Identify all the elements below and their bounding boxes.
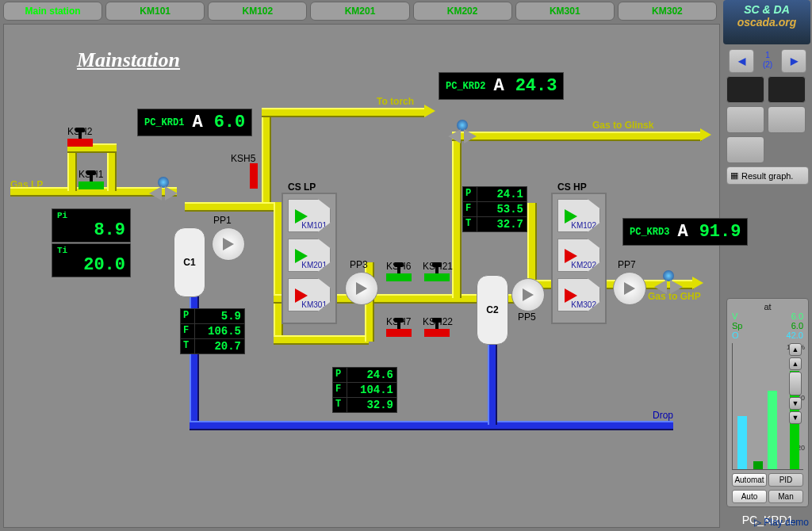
valve-ksh21[interactable] <box>424 272 450 283</box>
readout-pc-krd2[interactable]: PC_KRD2 A 24.3 <box>439 72 564 100</box>
page-nav: ◀ 1 (2) ▶ <box>726 49 809 73</box>
page-title: Mainstation <box>77 48 180 72</box>
mode-auto-button[interactable]: Auto <box>732 490 767 503</box>
label-km102: KM102 <box>571 221 596 230</box>
label-km101: KM101 <box>301 221 327 230</box>
bar-chart: 100% 60 20 ▲ ▲ ▼ ▼ <box>732 343 803 470</box>
spin-down2[interactable]: ▼ <box>789 411 802 424</box>
label-pp7: PP7 <box>618 259 636 270</box>
krd3-value: 91.9 <box>699 222 741 242</box>
thumb-panel-icon[interactable] <box>768 106 806 133</box>
valve-ksh1[interactable] <box>79 180 104 191</box>
oscada-logo: SC & DA oscada.org <box>723 0 810 44</box>
label-cs-lp: CS LP <box>288 181 316 193</box>
tab-main-station[interactable]: Main station <box>3 2 102 21</box>
ti-value: 20.0 <box>57 255 125 275</box>
label-ksh5: KSH5 <box>231 153 255 164</box>
pft1-t: 20.7 <box>195 339 244 353</box>
result-graph-label: Result graph. <box>741 171 793 181</box>
mode-man-button[interactable]: Man <box>768 490 803 503</box>
compressor-km302[interactable]: KM302 <box>557 278 600 311</box>
readout-ti: Ti 20.0 <box>52 243 131 277</box>
readout-pi: Pi 8.9 <box>52 208 131 243</box>
pft-c1: P5.9 F106.5 T20.7 <box>180 308 245 354</box>
pft-mid: P24.6 F104.1 T32.9 <box>332 367 397 413</box>
tab-km301[interactable]: KM301 <box>515 2 615 21</box>
krd3-tag: PC_KRD3 <box>630 227 669 238</box>
bar-o <box>768 391 777 469</box>
pi-tag: Pi <box>57 211 125 220</box>
spin-down1[interactable]: ▼ <box>789 397 802 410</box>
pump-pp7[interactable] <box>613 272 646 305</box>
krd1-mode: A <box>192 113 202 132</box>
thumb-valve-icon[interactable] <box>726 76 764 103</box>
control-panel: at V6.0 Sp6.0 O42.0 100% 60 20 ▲ ▲ ▼ ▼ A… <box>726 298 809 507</box>
spin-up1[interactable]: ▲ <box>789 357 802 370</box>
krd2-value: 24.3 <box>515 76 557 96</box>
pft-hp: P24.1 F53.5 T32.7 <box>462 186 527 232</box>
tab-km101[interactable]: KM101 <box>105 2 205 21</box>
label-km201: KM201 <box>301 261 327 269</box>
pump-pp5[interactable] <box>511 278 545 311</box>
valve-ksh22[interactable] <box>424 327 450 338</box>
thumb-doc-icon[interactable] <box>726 136 764 163</box>
pft2-f: 104.1 <box>347 383 396 397</box>
thumb-trend-icon[interactable] <box>768 76 806 103</box>
compressor-km201[interactable]: KM201 <box>288 239 331 272</box>
label-cs-hp: CS HP <box>557 181 587 193</box>
pump-pp1[interactable] <box>212 227 245 261</box>
compressor-km102[interactable]: KM102 <box>557 199 600 232</box>
readout-pc-krd1[interactable]: PC_KRD1 A 6.0 <box>137 109 252 136</box>
valve-ksh2[interactable] <box>67 137 93 148</box>
bar-v <box>737 416 747 469</box>
valve-ksh5[interactable] <box>250 163 261 189</box>
krd2-tag: PC_KRD2 <box>446 81 485 92</box>
mode-automat-button[interactable]: Automat <box>732 473 767 487</box>
nav-page-total: (2) <box>763 60 772 69</box>
tab-km302[interactable]: KM302 <box>618 2 717 21</box>
label-pp5: PP5 <box>518 311 536 323</box>
tab-km102[interactable]: KM102 <box>208 2 307 21</box>
panel-v-value: 6.0 <box>791 311 803 321</box>
thumb-bars-icon[interactable] <box>726 106 764 133</box>
krd2-mode: A <box>493 76 504 96</box>
logo-top: SC & DA <box>723 3 810 16</box>
compressor-km301[interactable]: KM301 <box>288 278 331 311</box>
label-pp1: PP1 <box>213 215 232 226</box>
result-graph-button[interactable]: Result graph. <box>726 166 809 185</box>
valve-ksh6[interactable] <box>386 272 412 283</box>
spin-up2[interactable]: ▲ <box>789 343 802 356</box>
panel-v-label: V <box>732 311 737 321</box>
separator-c2[interactable]: C2 <box>477 275 508 345</box>
nav-next-button[interactable]: ▶ <box>781 49 806 73</box>
nav-page-current: 1 <box>765 51 770 59</box>
label-km202: KM202 <box>571 261 596 269</box>
tab-bar: Main station KM101 KM102 KM201 KM202 KM3… <box>0 0 812 22</box>
play-demo-button[interactable]: ▷ Play demo <box>754 517 809 528</box>
pft3-t: 32.7 <box>477 217 527 231</box>
bar-sp <box>753 461 763 469</box>
readout-pc-krd3[interactable]: PC_KRD3 A 91.9 <box>622 218 748 246</box>
tab-km201[interactable]: KM201 <box>310 2 409 21</box>
valve-ksh7[interactable] <box>386 327 412 338</box>
ctl-valve-krd3[interactable] <box>654 270 683 294</box>
separator-c1[interactable]: C1 <box>174 227 205 297</box>
compressor-km202[interactable]: KM202 <box>557 239 600 272</box>
label-km301: KM301 <box>301 300 327 309</box>
tab-km202[interactable]: KM202 <box>413 2 512 21</box>
pi-value: 8.9 <box>57 220 125 240</box>
nav-page-indicator: 1 (2) <box>756 49 779 73</box>
nav-prev-button[interactable]: ◀ <box>729 49 754 73</box>
sidebar: ◀ 1 (2) ▶ Result graph. at V6.0 Sp6.0 O4… <box>723 46 812 529</box>
pft1-p: 5.9 <box>195 309 244 323</box>
ctl-valve-krd2[interactable] <box>448 120 477 143</box>
label-pp3: PP3 <box>350 259 368 270</box>
krd3-mode: A <box>677 222 688 242</box>
compressor-km101[interactable]: KM101 <box>288 199 331 232</box>
krd1-value: 6.0 <box>214 113 246 132</box>
pump-pp3[interactable] <box>345 272 378 305</box>
krd1-tag: PC_KRD1 <box>144 117 184 128</box>
mode-pid-button[interactable]: PID <box>768 473 803 487</box>
logo-bottom: oscada.org <box>723 16 810 29</box>
ctl-valve-krd1[interactable] <box>149 177 178 201</box>
